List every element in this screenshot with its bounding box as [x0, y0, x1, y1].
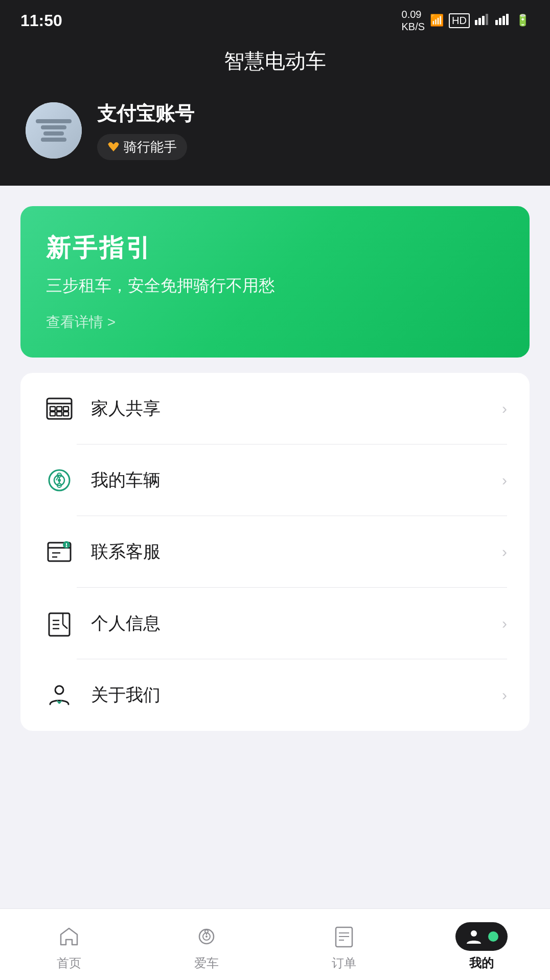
chevron-icon: › [502, 543, 507, 561]
guide-subtitle: 三步租车，安全免押骑行不用愁 [46, 275, 504, 297]
app-header: 智慧电动车 [0, 37, 550, 91]
chevron-icon: › [502, 472, 507, 489]
menu-item-family[interactable]: 家人共享 › [20, 373, 530, 444]
avatar [26, 102, 82, 159]
signal-icon-2 [495, 13, 511, 28]
home-nav-label: 首页 [57, 955, 81, 971]
service-label: 联系客服 [91, 540, 487, 564]
svg-rect-15 [63, 412, 68, 416]
svg-rect-6 [502, 16, 505, 25]
badge-label: 骑行能手 [124, 138, 177, 156]
svg-rect-14 [63, 407, 68, 411]
svg-point-21 [58, 479, 61, 482]
svg-point-45 [471, 930, 477, 937]
chevron-icon: › [502, 686, 507, 704]
svg-rect-13 [57, 412, 62, 416]
status-bar: 11:50 0.09KB/S 📶 HD 🔋 [0, 0, 550, 37]
svg-point-40 [205, 936, 208, 938]
app-title: 智慧电动车 [224, 50, 326, 72]
personal-icon [43, 607, 76, 640]
svg-rect-0 [475, 20, 477, 25]
menu-item-personal[interactable]: 个人信息 › [20, 588, 530, 659]
mine-nav-label: 我的 [469, 955, 494, 971]
status-time: 11:50 [20, 11, 62, 30]
svg-point-34 [55, 686, 63, 694]
nav-item-mine[interactable]: 我的 [413, 917, 550, 976]
nav-item-home[interactable]: 首页 [0, 917, 138, 976]
wifi-icon: 📶 [430, 14, 444, 27]
svg-rect-2 [482, 16, 485, 25]
profile-info: 支付宝账号 骑行能手 [97, 101, 194, 160]
svg-rect-1 [478, 18, 481, 25]
nav-item-bike[interactable]: 爱车 [138, 917, 275, 976]
active-dot [488, 931, 498, 942]
network-speed-icon: 0.09KB/S [402, 8, 425, 33]
vehicle-icon [43, 464, 76, 497]
mine-nav-icon [455, 922, 508, 951]
family-icon [43, 392, 76, 425]
guide-link[interactable]: 查看详情 > [46, 313, 504, 332]
heart-icon [107, 141, 120, 153]
svg-rect-4 [495, 20, 498, 25]
service-icon [43, 536, 76, 568]
svg-point-38 [205, 930, 208, 933]
bike-nav-label: 爱车 [194, 955, 219, 971]
vehicle-label: 我的车辆 [91, 469, 487, 492]
menu-item-service[interactable]: 联系客服 › [20, 516, 530, 588]
menu-item-about[interactable]: 关于我们 › [20, 659, 530, 731]
personal-label: 个人信息 [91, 612, 487, 635]
profile-name: 支付宝账号 [97, 101, 194, 127]
profile-badge: 骑行能手 [97, 134, 187, 160]
menu-card: 家人共享 › 我的车辆 › [20, 373, 530, 731]
bike-nav-icon [192, 922, 221, 951]
about-icon [43, 679, 76, 711]
svg-rect-10 [50, 407, 55, 411]
battery-icon: 🔋 [516, 14, 530, 27]
guide-title: 新手指引 [46, 232, 504, 264]
nav-item-orders[interactable]: 订单 [275, 917, 413, 976]
menu-item-vehicle[interactable]: 我的车辆 › [20, 444, 530, 516]
bottom-nav: 首页 爱车 订单 [0, 908, 550, 980]
chevron-icon: › [502, 615, 507, 632]
svg-point-28 [66, 546, 67, 547]
svg-rect-7 [506, 14, 509, 25]
profile-section: 支付宝账号 骑行能手 [0, 91, 550, 186]
status-icons: 0.09KB/S 📶 HD 🔋 [402, 8, 530, 33]
svg-rect-11 [50, 412, 55, 416]
orders-nav-label: 订单 [332, 955, 356, 971]
chevron-icon: › [502, 400, 507, 417]
svg-rect-12 [57, 407, 62, 411]
about-label: 关于我们 [91, 683, 487, 707]
home-nav-icon [55, 922, 83, 951]
family-label: 家人共享 [91, 397, 487, 420]
svg-rect-5 [499, 18, 501, 25]
svg-rect-3 [486, 14, 488, 25]
svg-point-35 [58, 701, 60, 703]
hd-icon: HD [449, 13, 470, 28]
signal-icon-1 [475, 13, 490, 28]
orders-nav-icon [330, 922, 358, 951]
guide-banner[interactable]: 新手指引 三步租车，安全免押骑行不用愁 查看详情 > [20, 206, 530, 358]
